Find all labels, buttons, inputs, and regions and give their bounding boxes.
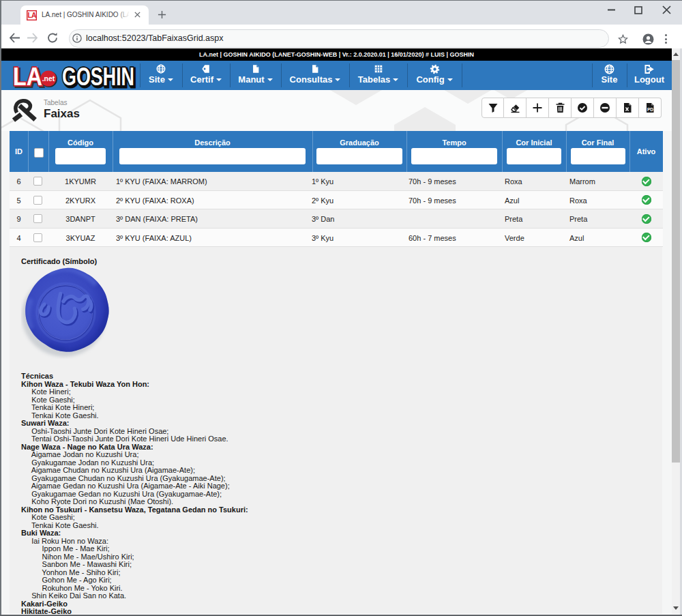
svg-text:LA: LA	[28, 12, 37, 19]
svg-text:.net: .net	[42, 74, 55, 83]
svg-text:LA: LA	[13, 64, 42, 89]
svg-text:PD: PD	[647, 107, 653, 112]
svg-text:GOSHIN: GOSHIN	[62, 64, 134, 89]
